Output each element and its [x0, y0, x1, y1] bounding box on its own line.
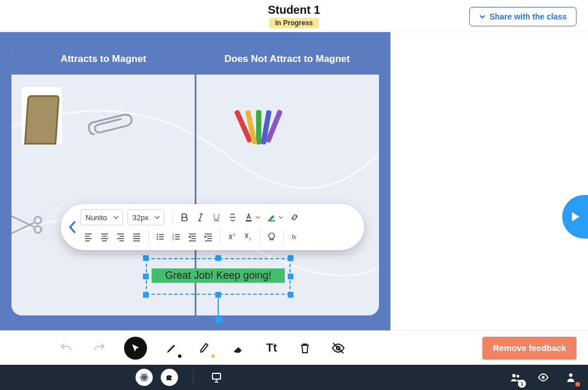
resize-handle[interactable]: [143, 292, 149, 298]
share-button[interactable]: Share with the class: [469, 7, 577, 26]
bold-button[interactable]: [176, 209, 192, 225]
toolbar: Tt Remove feedback: [0, 330, 588, 365]
font-size-select[interactable]: 32px: [127, 209, 164, 225]
toolbar-back-button[interactable]: [64, 204, 80, 250]
eye-icon: [537, 372, 549, 383]
column-header-left: Attracts to Magnet: [11, 44, 195, 75]
puzzle-button[interactable]: [161, 369, 178, 386]
pen-tool[interactable]: [163, 340, 180, 357]
header: Student 1 In Progress Share with the cla…: [0, 0, 588, 32]
svg-rect-2: [246, 220, 252, 221]
cursor-tool[interactable]: [124, 337, 147, 360]
align-left-button[interactable]: [80, 229, 96, 245]
person-icon: [565, 372, 577, 383]
feedback-text[interactable]: Great Job! Keep going!: [152, 268, 285, 283]
superscript-button[interactable]: 2: [224, 229, 240, 245]
play-icon: [570, 211, 581, 223]
chevron-down-icon: [479, 13, 486, 20]
item-scissors[interactable]: [10, 211, 48, 239]
resize-handle[interactable]: [215, 255, 221, 261]
atom-button[interactable]: [136, 369, 153, 386]
svg-text:3: 3: [172, 237, 174, 241]
svg-point-14: [143, 376, 145, 379]
group-count-badge: 1: [518, 380, 526, 388]
rotate-handle[interactable]: [214, 315, 222, 323]
undo-icon: [59, 341, 73, 355]
canvas-area: Attracts to Magnet Does Not Attract to M…: [0, 32, 588, 330]
svg-text:2: 2: [233, 233, 235, 236]
presentation-button[interactable]: [208, 369, 225, 385]
resize-handle[interactable]: [143, 274, 149, 279]
text-color-button[interactable]: [241, 209, 257, 225]
numbered-list-button[interactable]: 123: [168, 229, 184, 245]
text-toolbar[interactable]: Nunito 32px: [61, 204, 364, 250]
highlight-button[interactable]: [264, 209, 280, 225]
share-label: Share with the class: [489, 12, 567, 21]
eye-button[interactable]: [535, 369, 551, 385]
svg-point-21: [542, 376, 545, 379]
font-size-value: 32px: [133, 213, 149, 222]
pen-icon: [165, 341, 179, 355]
eraser-tool[interactable]: [230, 340, 247, 357]
chevron-down-icon[interactable]: [256, 215, 260, 220]
align-right-button[interactable]: [113, 229, 129, 245]
visibility-off-button[interactable]: [330, 340, 347, 357]
item-crayons[interactable]: [227, 103, 290, 145]
remove-feedback-button[interactable]: Remove feedback: [482, 337, 577, 360]
item-paper-clip[interactable]: [84, 106, 138, 142]
person-button[interactable]: [563, 369, 579, 385]
resize-handle[interactable]: [288, 255, 293, 261]
svg-point-19: [512, 374, 516, 377]
omega-button[interactable]: [264, 229, 280, 245]
trash-button[interactable]: [296, 340, 314, 357]
highlighter-icon: [198, 341, 212, 355]
resize-handle[interactable]: [143, 255, 149, 261]
fx-button[interactable]: fx: [287, 229, 303, 245]
link-button[interactable]: [287, 209, 303, 225]
trash-icon: [298, 341, 312, 355]
atom-icon: [140, 373, 149, 382]
undo-button[interactable]: [57, 340, 75, 357]
align-center-button[interactable]: [96, 229, 113, 245]
play-button[interactable]: [562, 195, 588, 239]
eraser-icon: [231, 341, 245, 355]
italic-button[interactable]: [192, 209, 208, 225]
group-button[interactable]: 1: [508, 369, 524, 385]
subscript-button[interactable]: 2: [240, 229, 256, 245]
svg-point-5: [157, 236, 158, 237]
strike-button[interactable]: [225, 209, 241, 225]
indent-decrease-button[interactable]: [184, 229, 200, 245]
svg-point-6: [157, 239, 158, 240]
bullet-list-button[interactable]: [152, 229, 168, 245]
notification-dot: [575, 382, 580, 387]
svg-text:fx: fx: [292, 234, 297, 240]
svg-point-0: [34, 217, 41, 224]
redo-button[interactable]: [91, 340, 108, 357]
resize-handle[interactable]: [288, 274, 293, 279]
indent-increase-button[interactable]: [200, 229, 216, 245]
feedback-text-box[interactable]: Great Job! Keep going!: [146, 258, 291, 295]
resize-handle[interactable]: [288, 292, 293, 298]
rotate-line: [218, 295, 219, 315]
svg-text:2: 2: [249, 237, 252, 241]
puzzle-icon: [165, 373, 174, 382]
chevron-down-icon[interactable]: [278, 215, 283, 220]
highlighter-tool[interactable]: [196, 340, 214, 357]
bottom-bar: 1: [0, 365, 588, 390]
font-family-select[interactable]: Nunito: [80, 209, 123, 225]
presentation-icon: [211, 372, 222, 383]
column-header-right: Does Not Attract to Magnet: [195, 44, 379, 75]
item-folding-chair[interactable]: [22, 87, 62, 145]
chevron-down-icon: [113, 214, 119, 220]
underline-button[interactable]: [208, 209, 225, 225]
svg-point-1: [34, 226, 41, 233]
redo-icon: [92, 341, 106, 355]
align-justify-button[interactable]: [129, 229, 145, 245]
status-badge: In Progress: [269, 18, 319, 28]
eye-off-icon: [331, 341, 345, 355]
svg-rect-3: [268, 220, 275, 221]
svg-point-22: [569, 373, 572, 377]
svg-rect-18: [212, 373, 220, 379]
text-tool[interactable]: Tt: [263, 340, 280, 357]
chevron-down-icon: [154, 214, 160, 220]
